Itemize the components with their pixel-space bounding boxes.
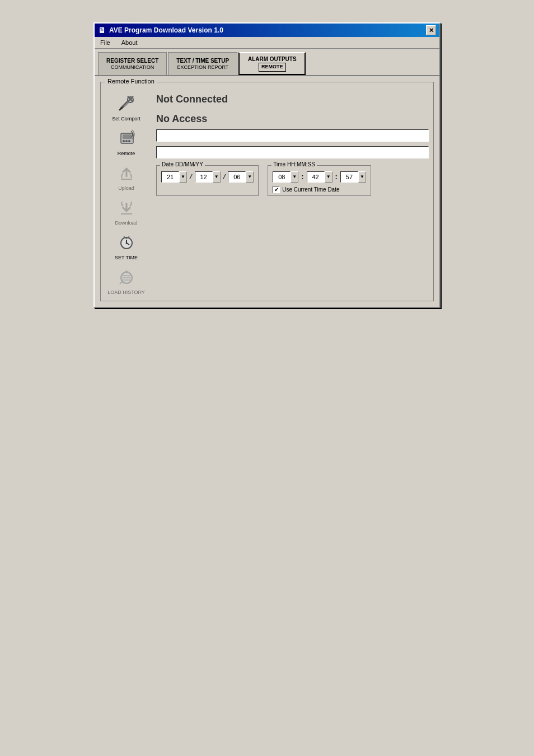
time-group-label: Time HH:MM:SS xyxy=(271,161,317,167)
use-current-time-label: Use Current Time Date xyxy=(282,186,339,193)
second-down-button[interactable]: ▼ xyxy=(358,171,366,183)
hour-down-button[interactable]: ▼ xyxy=(291,171,298,183)
remote-function-label: Remote Function xyxy=(105,78,157,85)
remote-function-group: Remote Function xyxy=(100,82,434,301)
hour-spinner: 08 ▼ xyxy=(273,171,298,183)
use-current-time-checkbox[interactable]: ✔ xyxy=(273,186,280,193)
year-spinner: 06 ▼ xyxy=(228,171,254,183)
minute-spinner: 42 ▼ xyxy=(307,171,332,183)
main-window: 🖥 AVE Program Download Version 1.0 ✕ Fil… xyxy=(93,22,441,308)
month-value: 12 xyxy=(195,171,213,183)
close-button[interactable]: ✕ xyxy=(426,25,436,35)
clock-icon xyxy=(115,230,138,254)
year-value: 06 xyxy=(228,171,246,183)
connection-status: Not Connected xyxy=(156,94,429,105)
minute-value: 42 xyxy=(307,171,325,183)
second-value: 57 xyxy=(340,171,358,183)
day-value: 21 xyxy=(161,171,179,183)
tab-register-communication[interactable]: REGISTER SELECT COMMUNICATION xyxy=(98,52,167,75)
menu-file[interactable]: File xyxy=(97,38,114,47)
wrench-icon xyxy=(115,91,138,115)
remote-button[interactable]: Remote xyxy=(105,125,147,157)
year-down-button[interactable]: ▼ xyxy=(246,171,254,183)
hour-value: 08 xyxy=(273,171,291,183)
day-down-button[interactable]: ▼ xyxy=(179,171,187,183)
tab-alarm-outputs-remote[interactable]: ALARM OUTPUTS REMOTE xyxy=(238,52,306,75)
date-group: Date DD/MM/YY 21 ▼ / 12 ▼ xyxy=(156,165,259,196)
text-field-1[interactable] xyxy=(156,129,429,142)
time-sep2: : xyxy=(335,172,338,181)
load-history-button[interactable]: LOAD HISTORY xyxy=(105,264,147,296)
second-spinner: 57 ▼ xyxy=(340,171,366,183)
right-panel: Not Connected No Access Date DD/MM/YY xyxy=(156,90,429,296)
svg-rect-7 xyxy=(123,134,132,139)
access-status: No Access xyxy=(156,113,429,125)
remote-icon xyxy=(115,126,138,150)
tab-text-time-exception[interactable]: TEXT / TIME SETUP EXCEPTION REPORT xyxy=(168,52,237,75)
svg-point-8 xyxy=(123,140,125,142)
download-button[interactable]: Download xyxy=(105,194,147,227)
time-group: Time HH:MM:SS 08 ▼ : 42 ▼ xyxy=(268,165,371,196)
month-spinner: 12 ▼ xyxy=(195,171,221,183)
set-time-button[interactable]: SET TIME xyxy=(105,229,147,262)
set-comport-label: Set Comport xyxy=(112,116,140,122)
menu-about[interactable]: About xyxy=(118,38,141,47)
date-sep1: / xyxy=(189,172,193,181)
history-icon xyxy=(115,265,138,288)
date-sep2: / xyxy=(223,172,226,181)
upload-label: Upload xyxy=(118,185,134,191)
remote-label: Remote xyxy=(118,151,135,156)
sidebar-buttons: Set Comport xyxy=(105,90,147,296)
download-label: Download xyxy=(115,220,137,226)
date-group-label: Date DD/MM/YY xyxy=(160,161,205,167)
day-spinner: 21 ▼ xyxy=(161,171,187,183)
app-icon: 🖥 xyxy=(98,26,106,35)
upload-icon xyxy=(115,161,138,184)
upload-button[interactable]: Upload xyxy=(105,160,147,192)
month-down-button[interactable]: ▼ xyxy=(213,171,221,183)
load-history-label: LOAD HISTORY xyxy=(107,290,145,295)
menu-bar: File About xyxy=(95,37,439,49)
download-icon xyxy=(115,195,138,219)
window-title: AVE Program Download Version 1.0 xyxy=(109,26,223,34)
checkbox-area: ✔ Use Current Time Date xyxy=(273,186,366,193)
time-sep1: : xyxy=(301,172,304,181)
minute-down-button[interactable]: ▼ xyxy=(325,171,332,183)
set-comport-button[interactable]: Set Comport xyxy=(105,90,147,123)
bottom-section: Date DD/MM/YY 21 ▼ / 12 ▼ xyxy=(156,165,429,196)
svg-point-16 xyxy=(125,242,127,244)
text-field-2[interactable] xyxy=(156,146,429,158)
main-content: Remote Function xyxy=(95,76,439,307)
title-bar: 🖥 AVE Program Download Version 1.0 ✕ xyxy=(95,24,439,37)
set-time-label: SET TIME xyxy=(115,255,138,260)
svg-point-10 xyxy=(128,140,130,142)
svg-point-9 xyxy=(125,140,128,142)
